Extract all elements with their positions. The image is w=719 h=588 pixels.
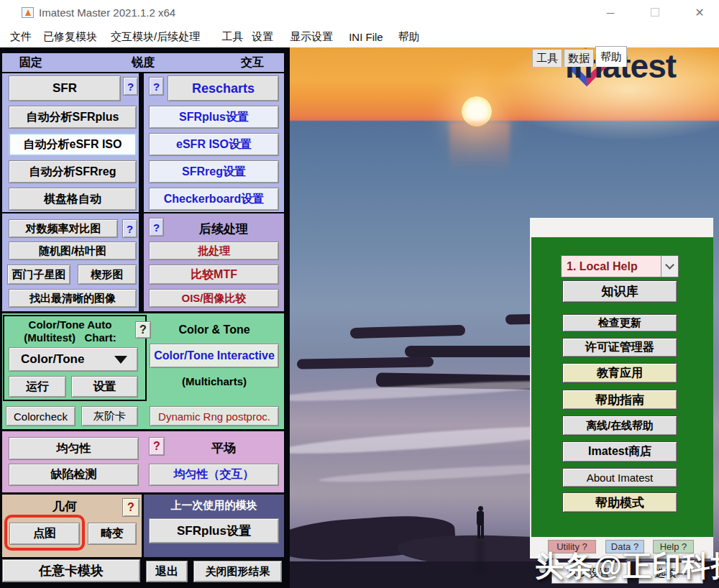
multicharts-label: (Multicharts) <box>150 375 279 387</box>
maximize-icon[interactable] <box>640 1 670 23</box>
colorcheck-button[interactable]: Colorcheck <box>6 406 75 426</box>
license-manager-button[interactable]: 许可证管理器 <box>562 338 677 357</box>
checkerboard-settings-button[interactable]: Checkerboard设置 <box>149 188 279 211</box>
tab-tools[interactable]: 工具 <box>532 49 562 67</box>
interactive-label: 交互 <box>241 55 264 70</box>
find-sharpest-button[interactable]: 找出最清晰的图像 <box>9 289 137 308</box>
sun-reflection <box>449 121 510 172</box>
window-title: Imatest Master 2021.1.2 x64 <box>39 6 175 19</box>
imatest-store-button[interactable]: Imatest商店 <box>562 441 677 462</box>
dot-pattern-button[interactable]: 点图 <box>9 523 80 545</box>
sharpness-header: 固定 锐度 交互 <box>2 53 284 72</box>
tab-data[interactable]: 数据 <box>564 49 594 67</box>
close-icon[interactable]: ✕ <box>684 1 715 23</box>
menu-bar: 文件 已修复模块 交互模块/后续处理 工具 设置 显示设置 INI File 帮… <box>0 26 719 47</box>
last-used-title: 上一次使用的模块 <box>144 499 284 513</box>
tab-help[interactable]: 帮助 <box>595 46 627 67</box>
postproc-title: 后续处理 <box>168 221 279 237</box>
siemens-star-button[interactable]: 西门子星图 <box>7 265 70 285</box>
chart-type-dropdown[interactable]: Color/Tone <box>9 347 138 372</box>
title-bar: Imatest Master 2021.1.2 x64 ─ ✕ <box>0 0 719 26</box>
menu-help[interactable]: 帮助 <box>398 30 420 44</box>
menu-file[interactable]: 文件 <box>10 30 32 44</box>
menu-fixed-modules[interactable]: 已修复模块 <box>43 30 97 44</box>
auto-sfrreg-button[interactable]: 自动分析SFRreg <box>9 160 137 183</box>
sfr-help-button[interactable]: ? <box>123 77 138 96</box>
dynamic-range-postproc-button[interactable]: Dynamic Rng postproc. <box>150 406 279 426</box>
help-guide-button[interactable]: 帮助指南 <box>562 390 677 410</box>
menu-tools[interactable]: 工具 <box>221 30 243 44</box>
colortone-auto-title-1: Color/Tone Auto <box>7 318 133 331</box>
help-mode-dropdown[interactable]: 1. Local Help <box>561 255 679 277</box>
uniformity-help-button[interactable]: ? <box>149 437 165 456</box>
imatest-window: Imatest Master 2021.1.2 x64 ─ ✕ 文件 已修复模块… <box>0 0 719 588</box>
minimize-icon[interactable]: ─ <box>595 1 626 23</box>
log-frequency-button[interactable]: 对数频率对比图 <box>9 219 118 238</box>
arbitrary-charts-button[interactable]: 任意卡模块 <box>2 559 140 582</box>
help-mode-button[interactable]: 帮助模式 <box>562 492 677 513</box>
checkerboard-auto-button[interactable]: 棋盘格自动 <box>9 188 137 211</box>
colortone-help-button[interactable]: ? <box>135 321 151 339</box>
distortion-button[interactable]: 畸变 <box>88 523 137 545</box>
log-frequency-help-button[interactable]: ? <box>122 219 137 238</box>
check-updates-button[interactable]: 检查更新 <box>562 314 677 332</box>
sfr-button[interactable]: SFR <box>9 75 121 101</box>
grayscale-chart-button[interactable]: 灰阶卡 <box>81 406 138 426</box>
wedge-button[interactable]: 楔形图 <box>78 265 137 285</box>
exit-button[interactable]: 退出 <box>146 561 188 582</box>
rescharts-help-button[interactable]: ? <box>149 77 164 96</box>
help-mode-value: 1. Local Help <box>562 260 661 273</box>
ois-compare-button[interactable]: OIS/图像比较 <box>149 289 279 308</box>
watermark-text: 头条@正印科技 <box>535 546 719 586</box>
education-apps-button[interactable]: 教育应用 <box>562 363 677 383</box>
rock-ledge <box>297 357 434 369</box>
offline-online-help-button[interactable]: 离线/在线帮助 <box>562 415 677 436</box>
batch-button[interactable]: 批处理 <box>149 242 279 260</box>
colortone-auto-title-2: (Multitest) Chart: <box>7 331 133 344</box>
rock-ledge <box>350 325 465 339</box>
geometry-help-button[interactable]: ? <box>122 498 139 517</box>
close-figures-button[interactable]: 关闭图形结果 <box>193 561 282 582</box>
geometry-title: 几何 <box>14 498 115 515</box>
esfr-iso-settings-button[interactable]: eSFR ISO设置 <box>149 133 279 156</box>
chart-type-value: Color/Tone <box>9 352 114 367</box>
sfrreg-settings-button[interactable]: SFRreg设置 <box>149 160 279 183</box>
main-area: imatest ® 固定 锐度 交互 SFR ? ? Rescharts 自动分… <box>0 47 719 588</box>
auto-esfr-iso-button[interactable]: 自动分析eSFR ISO <box>9 133 137 156</box>
last-used-sfrplus-settings-button[interactable]: SFRplus设置 <box>149 518 279 543</box>
person-silhouette <box>475 506 486 539</box>
postproc-help-button[interactable]: ? <box>149 218 164 236</box>
app-icon <box>22 7 34 18</box>
defect-detect-button[interactable]: 缺陷检测 <box>9 464 139 486</box>
auto-sfrplus-button[interactable]: 自动分析SFRplus <box>9 106 137 129</box>
help-dropdown-arrow-box[interactable] <box>661 256 678 277</box>
menu-interactive-postproc[interactable]: 交互模块/后续处理 <box>111 30 200 44</box>
colortone-interactive-button[interactable]: Color/Tone Interactive <box>150 344 279 368</box>
compare-mtf-button[interactable]: 比较MTF <box>149 265 279 285</box>
dropdown-arrow-icon <box>114 356 127 364</box>
help-panel-tabbar <box>530 218 713 237</box>
run-button[interactable]: 运行 <box>9 376 66 398</box>
uniformity-button[interactable]: 均匀性 <box>9 437 139 460</box>
about-imatest-button[interactable]: About Imatest <box>562 468 677 487</box>
menu-display-settings[interactable]: 显示设置 <box>290 30 333 44</box>
menu-ini-file[interactable]: INI File <box>349 31 383 43</box>
settings-button[interactable]: 设置 <box>71 376 138 398</box>
random-leaves-button[interactable]: 随机图/枯叶图 <box>9 242 137 260</box>
uniformity-interactive-button[interactable]: 均匀性（交互） <box>149 464 279 486</box>
sfrplus-settings-button[interactable]: SFRplus设置 <box>149 106 279 129</box>
rescharts-button[interactable]: Rescharts <box>168 75 279 101</box>
menu-settings[interactable]: 设置 <box>252 30 273 44</box>
flat-field-title: 平场 <box>168 440 279 456</box>
person-reflection <box>476 539 484 574</box>
knowledge-base-button[interactable]: 知识库 <box>562 280 677 303</box>
chevron-down-icon <box>665 260 674 270</box>
color-and-tone-title: Color & Tone <box>150 323 279 336</box>
